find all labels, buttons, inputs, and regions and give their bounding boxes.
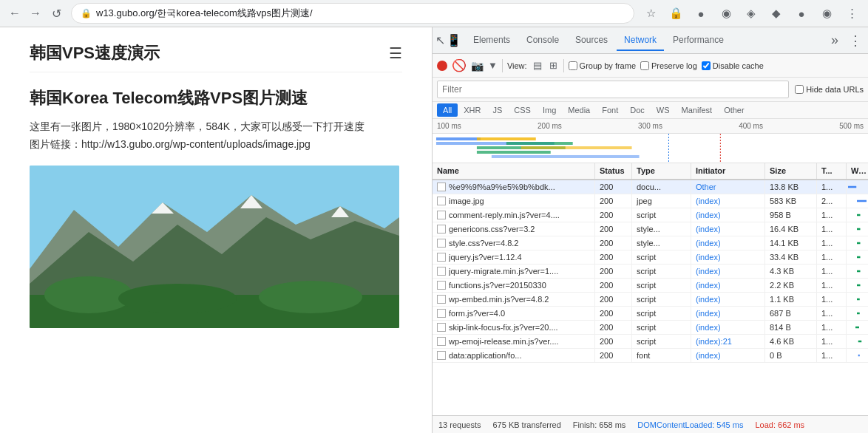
table-row[interactable]: form.js?ver=4.0 200 script (index) 687 B…	[433, 307, 868, 321]
tab-network[interactable]: Network	[617, 30, 664, 51]
table-row[interactable]: functions.js?ver=20150330 200 script (in…	[433, 279, 868, 293]
table-row[interactable]: genericons.css?ver=3.2 200 style... (ind…	[433, 222, 868, 236]
record-button[interactable]	[437, 61, 447, 71]
table-row[interactable]: jquery.js?ver=1.12.4 200 script (index) …	[433, 250, 868, 265]
td-type: script	[632, 250, 691, 264]
table-row[interactable]: image.jpg 200 jpeg (index) 583 KB 2...	[433, 194, 868, 208]
more-tabs[interactable]: »	[825, 33, 844, 48]
type-tab-all[interactable]: All	[437, 103, 458, 117]
network-table[interactable]: Name Status Type Initiator Size T... Wat…	[433, 163, 868, 415]
td-initiator[interactable]: (index)	[691, 265, 765, 278]
extension5-icon[interactable]: ●	[791, 3, 812, 24]
td-type: script	[632, 293, 691, 306]
group-by-frame-label[interactable]: Group by frame	[569, 61, 636, 70]
view-tree-icon[interactable]: ⊞	[548, 58, 559, 72]
disable-cache-label[interactable]: Disable cache	[702, 61, 764, 70]
toolbar-icons: ☆ 🔒 ● ◉ ◈ ◆ ● ◉ ⋮	[640, 3, 862, 24]
svg-rect-22	[857, 214, 861, 216]
extension1-icon[interactable]: ●	[691, 3, 711, 24]
type-tab-css[interactable]: CSS	[508, 103, 537, 117]
article-image	[30, 166, 399, 328]
type-tab-other[interactable]: Other	[718, 103, 750, 117]
mobile-icon[interactable]: 📱	[447, 33, 461, 47]
tab-elements[interactable]: Elements	[466, 30, 518, 51]
table-row[interactable]: wp-emoji-release.min.js?ver.... 200 scri…	[433, 335, 868, 349]
view-list-icon[interactable]: ▤	[532, 58, 543, 72]
preserve-log-label[interactable]: Preserve log	[640, 61, 697, 70]
separator2	[563, 59, 564, 72]
refresh-button[interactable]: ↺	[47, 4, 65, 22]
table-row[interactable]: wp-embed.min.js?ver=4.8.2 200 script (in…	[433, 293, 868, 307]
table-row[interactable]: style.css?ver=4.8.2 200 style... (index)…	[433, 236, 868, 250]
td-initiator[interactable]: (index)	[691, 208, 765, 222]
td-initiator[interactable]: (index)	[691, 349, 765, 362]
more-button[interactable]: ⋮	[841, 3, 862, 24]
file-icon	[437, 225, 446, 233]
svg-rect-10	[436, 137, 481, 140]
bookmark-icon[interactable]: ☆	[640, 3, 661, 24]
table-row[interactable]: skip-link-focus-fix.js?ver=20.... 200 sc…	[433, 321, 868, 335]
td-size: 583 KB	[765, 194, 817, 208]
table-row[interactable]: %e9%9f%a9%e5%9b%bdk... 200 docu... Other…	[433, 180, 868, 194]
type-tab-media[interactable]: Media	[562, 103, 596, 117]
table-row[interactable]: data:application/fo... 200 font (index) …	[433, 349, 868, 363]
col-type[interactable]: Type	[632, 163, 691, 179]
type-tab-ws[interactable]: WS	[651, 103, 676, 117]
type-tab-xhr[interactable]: XHR	[458, 103, 486, 117]
filter-input[interactable]	[437, 81, 789, 98]
back-button[interactable]: ←	[6, 4, 24, 22]
td-initiator[interactable]: (index)	[691, 194, 765, 208]
screenshot-button[interactable]: 📷	[471, 60, 484, 72]
td-size: 0 B	[765, 349, 817, 362]
table-row[interactable]: comment-reply.min.js?ver=4.... 200 scrip…	[433, 208, 868, 222]
type-tab-font[interactable]: Font	[596, 103, 624, 117]
tab-sources[interactable]: Sources	[568, 30, 615, 51]
hide-data-urls-checkbox[interactable]	[795, 85, 804, 94]
col-size[interactable]: Size	[765, 163, 817, 179]
type-tab-img[interactable]: Img	[537, 103, 562, 117]
table-row[interactable]: jquery-migrate.min.js?ver=1.... 200 scri…	[433, 265, 868, 279]
address-bar[interactable]: 🔒 w13.gubo.org/한국korea-telecom线路vps图片测速/	[71, 3, 634, 24]
svg-rect-25	[857, 256, 861, 259]
col-waterfall[interactable]: Waterfall ▾	[847, 163, 868, 179]
group-by-frame-checkbox[interactable]	[569, 61, 577, 70]
type-tab-manifest[interactable]: Manifest	[676, 103, 719, 117]
devtools-menu[interactable]: ⋮	[846, 33, 865, 49]
extension2-icon[interactable]: ◉	[716, 3, 736, 24]
col-status[interactable]: Status	[595, 163, 632, 179]
td-initiator[interactable]: Other	[691, 180, 765, 194]
tab-console[interactable]: Console	[519, 30, 566, 51]
type-tab-doc[interactable]: Doc	[624, 103, 651, 117]
extension3-icon[interactable]: ◈	[741, 3, 762, 24]
td-status: 200	[595, 307, 632, 320]
td-initiator[interactable]: (index)	[691, 250, 765, 264]
preserve-log-checkbox[interactable]	[640, 61, 649, 70]
extension6-icon[interactable]: ◉	[816, 3, 837, 24]
td-initiator[interactable]: (index):21	[691, 335, 765, 348]
td-initiator[interactable]: (index)	[691, 293, 765, 306]
col-initiator[interactable]: Initiator	[691, 163, 765, 179]
extension4-icon[interactable]: ◆	[766, 3, 787, 24]
td-name: comment-reply.min.js?ver=4....	[433, 208, 595, 222]
filter-button[interactable]: ▼	[488, 60, 498, 71]
shield-icon[interactable]: 🔒	[665, 3, 686, 24]
type-tab-js[interactable]: JS	[486, 103, 508, 117]
td-initiator[interactable]: (index)	[691, 307, 765, 320]
td-initiator[interactable]: (index)	[691, 222, 765, 236]
devtools-tabs: ↖ 📱 Elements Console Sources Network Per…	[433, 27, 868, 54]
disable-cache-checkbox[interactable]	[702, 61, 711, 70]
td-initiator[interactable]: (index)	[691, 236, 765, 250]
tab-performance[interactable]: Performance	[665, 30, 731, 51]
hamburger-menu[interactable]: ☰	[389, 44, 402, 62]
td-name: genericons.css?ver=3.2	[433, 222, 595, 236]
td-status: 200	[595, 250, 632, 264]
td-initiator[interactable]: (index)	[691, 321, 765, 334]
hide-data-urls-label[interactable]: Hide data URLs	[795, 85, 864, 94]
td-initiator[interactable]: (index)	[691, 279, 765, 292]
filter-bar: Hide data URLs	[433, 78, 868, 102]
col-time[interactable]: T...	[817, 163, 847, 179]
cursor-icon[interactable]: ↖	[435, 33, 445, 47]
col-name[interactable]: Name	[433, 163, 595, 179]
clear-button[interactable]: 🚫	[452, 58, 467, 72]
forward-button[interactable]: →	[27, 4, 44, 22]
